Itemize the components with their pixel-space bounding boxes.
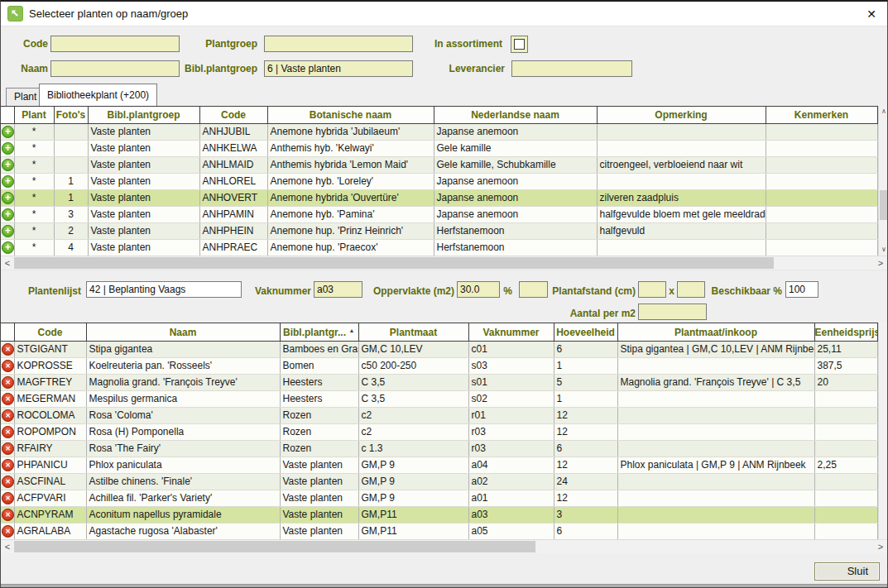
- beschikbaar-input[interactable]: [785, 281, 818, 298]
- cell-botanisch[interactable]: Anemone hup. 'Praecox': [267, 240, 434, 256]
- cell-hoeveelheid[interactable]: 12: [554, 424, 617, 441]
- cell-vak[interactable]: a02: [468, 474, 554, 490]
- cell-maat[interactable]: c 1.3: [358, 441, 468, 457]
- cell-fotos[interactable]: [54, 157, 88, 174]
- cell-maat[interactable]: c50 200-250: [358, 358, 468, 375]
- cell-prijs[interactable]: [814, 490, 877, 507]
- cell-groep[interactable]: Rozen: [280, 441, 358, 457]
- cell-vak[interactable]: s01: [468, 375, 554, 391]
- table-row[interactable]: +*4Vaste plantenANHPRAECAnemone hup. 'Pr…: [1, 240, 877, 256]
- header-code[interactable]: Code: [199, 107, 267, 124]
- cell-prijs[interactable]: [814, 408, 877, 424]
- cell-opmerking[interactable]: citroengeel, verbloeiend naar wit: [597, 157, 766, 174]
- header-plant[interactable]: Plant: [14, 107, 54, 124]
- cell-groep[interactable]: Rozen: [280, 408, 358, 424]
- remove-row-icon[interactable]: ✕: [2, 376, 14, 389]
- cell-groep[interactable]: Bomen: [280, 358, 358, 375]
- table-row[interactable]: ✕ACNPYRAMAconitum napellus pyramidaleVas…: [1, 507, 877, 523]
- leverancier-input[interactable]: [511, 60, 632, 77]
- cell-naam[interactable]: Phlox paniculata: [86, 457, 280, 474]
- header-hoeveelheid[interactable]: Hoeveelheid: [554, 323, 617, 342]
- cell-naam[interactable]: Stipa gigantea: [86, 342, 280, 358]
- cell-code[interactable]: PHPANICU: [14, 457, 86, 474]
- cell-botanisch[interactable]: Anemone hybrida 'Ouvertüre': [267, 190, 434, 207]
- cell-plant[interactable]: *: [14, 157, 54, 174]
- table-row[interactable]: +*2Vaste plantenANHPHEINAnemone hup. 'Pr…: [1, 223, 877, 240]
- cell-fotos[interactable]: 4: [54, 240, 88, 256]
- cell-naam[interactable]: Magnolia grand. 'François Treyve': [86, 375, 280, 391]
- window-resize-edge[interactable]: [1, 584, 887, 588]
- cell-naam[interactable]: Mespilus germanica: [86, 391, 280, 408]
- cell-plant[interactable]: *: [14, 223, 54, 240]
- scrollbar-thumb[interactable]: [880, 190, 888, 220]
- selection-vertical-scrollbar[interactable]: [878, 323, 888, 539]
- cell-kenmerken[interactable]: [766, 157, 877, 174]
- percent-input[interactable]: [519, 281, 548, 298]
- cell-code[interactable]: ANHPHEIN: [199, 223, 267, 240]
- cell-vak[interactable]: a03: [468, 507, 554, 523]
- cell-plant[interactable]: *: [14, 174, 54, 190]
- cell-hoeveelheid[interactable]: 12: [554, 408, 617, 424]
- cell-maat[interactable]: c2: [358, 408, 468, 424]
- cell-inkoop[interactable]: [617, 391, 814, 408]
- cell-nederlands[interactable]: Japanse anemoon: [434, 190, 597, 207]
- cell-nederlands[interactable]: Gele kamille: [434, 141, 597, 157]
- table-row[interactable]: +*1Vaste plantenANHLORELAnemone hyb. 'Lo…: [1, 174, 877, 190]
- cell-vak[interactable]: s02: [468, 391, 554, 408]
- cell-hoeveelheid[interactable]: 6: [554, 342, 617, 358]
- table-row[interactable]: +*1Vaste plantenANHOVERTAnemone hybrida …: [1, 190, 877, 207]
- cell-fotos[interactable]: [54, 141, 88, 157]
- cell-code[interactable]: MAGFTREY: [14, 375, 86, 391]
- table-row[interactable]: +*Vaste plantenANHLMAIDAnthemis hybrida …: [1, 157, 877, 174]
- cell-opmerking[interactable]: [597, 240, 766, 256]
- plantgroep-input[interactable]: [264, 36, 413, 52]
- cell-inkoop[interactable]: Magnolia grand. 'François Treyve' | C 3,…: [617, 375, 814, 391]
- cell-hoeveelheid[interactable]: 12: [554, 490, 617, 507]
- cell-prijs[interactable]: 20: [814, 375, 877, 391]
- scrollbar-thumb[interactable]: [14, 257, 774, 269]
- plantenlijst-input[interactable]: [86, 281, 242, 298]
- cell-plant[interactable]: *: [14, 207, 54, 223]
- scroll-up-icon[interactable]: ∧: [879, 106, 888, 117]
- cell-prijs[interactable]: 2,25: [814, 457, 877, 474]
- cell-code[interactable]: ROPOMPON: [14, 424, 86, 441]
- header-kenmerken[interactable]: Kenmerken: [766, 107, 877, 124]
- cell-kenmerken[interactable]: [766, 190, 877, 207]
- cell-code[interactable]: ACFPVARI: [14, 490, 86, 507]
- table-row[interactable]: ✕ROPOMPONRosa (H) PomponellaRozenc2r0312: [1, 424, 877, 441]
- table-row[interactable]: ✕ASCFINALAstilbe chinens. 'Finale'Vaste …: [1, 474, 877, 490]
- remove-row-icon[interactable]: ✕: [2, 509, 14, 521]
- aantal-per-m2-input[interactable]: [638, 304, 707, 320]
- cell-maat[interactable]: GM,P11: [358, 523, 468, 540]
- cell-botanisch[interactable]: Anemone hup. 'Prinz Heinrich': [267, 223, 434, 240]
- naam-input[interactable]: [50, 60, 180, 77]
- library-horizontal-scrollbar[interactable]: < >: [1, 256, 887, 270]
- cell-botanisch[interactable]: Anemone hybrida 'Jubilaeum': [267, 124, 434, 141]
- cell-nederlands[interactable]: Herfstanemoon: [434, 240, 597, 256]
- close-icon[interactable]: ✕: [862, 7, 881, 21]
- header-nederlandse-naam[interactable]: Nederlandse naam: [434, 107, 597, 124]
- cell-opmerking[interactable]: halfgevulde bloem met gele meeldraden: [597, 207, 766, 223]
- table-row[interactable]: +*Vaste plantenANHKELWAAnthemis hyb. 'Ke…: [1, 141, 877, 157]
- cell-nederlands[interactable]: Japanse anemoon: [434, 207, 597, 223]
- table-row[interactable]: ✕AGRALABAAgastache rugosa 'Alabaster'Vas…: [1, 523, 877, 540]
- cell-code[interactable]: ANHLOREL: [199, 174, 267, 190]
- remove-row-icon[interactable]: ✕: [2, 476, 14, 488]
- scrollbar-track[interactable]: [14, 256, 874, 270]
- cell-maat[interactable]: C 3,5: [358, 391, 468, 408]
- cell-kenmerken[interactable]: [766, 141, 877, 157]
- cell-inkoop[interactable]: [617, 441, 814, 457]
- scroll-down-icon[interactable]: ∨: [879, 244, 888, 256]
- sluit-button[interactable]: Sluit: [814, 562, 880, 581]
- table-row[interactable]: ✕PHPANICUPhlox paniculataVaste plantenGM…: [1, 457, 877, 474]
- cell-fotos[interactable]: 1: [54, 190, 88, 207]
- cell-groep[interactable]: Vaste planten: [88, 190, 199, 207]
- cell-groep[interactable]: Heesters: [280, 375, 358, 391]
- cell-botanisch[interactable]: Anthemis hyb. 'Kelwayi': [267, 141, 434, 157]
- cell-naam[interactable]: Koelreuteria pan. 'Rosseels': [86, 358, 280, 375]
- cell-groep[interactable]: Vaste planten: [88, 240, 199, 256]
- table-row[interactable]: ✕MEGERMANMespilus germanicaHeestersC 3,5…: [1, 391, 877, 408]
- remove-row-icon[interactable]: ✕: [2, 492, 14, 504]
- cell-maat[interactable]: GM,P 9: [358, 490, 468, 507]
- header-opmerking[interactable]: Opmerking: [597, 107, 766, 124]
